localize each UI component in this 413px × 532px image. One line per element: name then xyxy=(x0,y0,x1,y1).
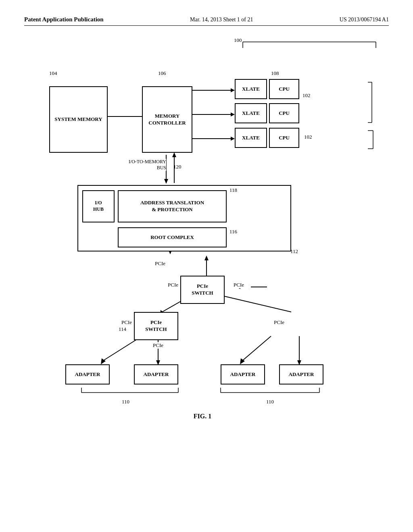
page: Patent Application Publication Mar. 14, … xyxy=(0,0,413,532)
cpu1-box: CPU xyxy=(269,79,299,99)
pcie-label-4: PCIe xyxy=(100,319,132,326)
adapter4-box: ADAPTER xyxy=(279,364,323,384)
pcie-label-3: PCIe xyxy=(227,282,251,288)
pcie-switch-top-box: PCIe SWITCH xyxy=(180,276,225,304)
adapter2-box: ADAPTER xyxy=(134,364,178,384)
svg-line-25 xyxy=(223,296,291,312)
io-hub-box: I/O HUB xyxy=(82,190,115,222)
ref-104: 104 xyxy=(49,70,57,77)
ref-102b: 102 xyxy=(304,134,312,140)
ref-110a: 110 xyxy=(122,399,129,405)
svg-marker-16 xyxy=(164,179,168,184)
svg-marker-22 xyxy=(204,256,209,260)
ref-110b: 110 xyxy=(266,399,274,405)
svg-marker-11 xyxy=(231,112,235,116)
ref-102a: 102 xyxy=(302,92,311,99)
ref-100: 100 xyxy=(234,37,242,44)
ref-118: 118 xyxy=(229,187,237,193)
svg-line-30 xyxy=(243,336,271,360)
pcie-label-2: PCIe xyxy=(142,282,178,288)
xlate1-box: XLATE xyxy=(235,79,267,99)
ref-108: 108 xyxy=(271,70,279,77)
diagram: 100 SYSTEM MEMORY 104 MEMORY CONTROLLER … xyxy=(33,30,380,493)
pcie-switch-left-box: PCIe SWITCH xyxy=(134,312,178,340)
atp-box: ADDRESS TRANSLATION & PROTECTION xyxy=(118,190,227,222)
header-publication-label: Patent Application Publication xyxy=(24,16,104,23)
pcie-label-5: PCIe xyxy=(146,342,170,349)
ref-116: 116 xyxy=(229,229,237,235)
io-to-memory-bus-label: I/O-TO-MEMORY BUS xyxy=(114,159,166,171)
ref-114: 114 xyxy=(119,326,126,332)
header-patent-number: US 2013/0067194 A1 xyxy=(340,17,389,23)
xlate3-box: XLATE xyxy=(235,128,267,148)
pcie-label-1: PCIe xyxy=(148,260,172,267)
pcie-label-6: PCIe xyxy=(267,319,291,326)
adapter1-box: ADAPTER xyxy=(65,364,110,384)
ref-120: 120 xyxy=(173,164,181,170)
ref-112: 112 xyxy=(290,248,298,255)
xlate2-box: XLATE xyxy=(235,103,267,123)
svg-marker-31 xyxy=(240,358,245,364)
adapter3-box: ADAPTER xyxy=(221,364,265,384)
svg-marker-8 xyxy=(231,88,235,92)
svg-marker-27 xyxy=(101,358,106,364)
system-memory-box: SYSTEM MEMORY xyxy=(49,86,108,153)
memory-controller-box: MEMORY CONTROLLER xyxy=(142,86,192,153)
cpu3-box: CPU xyxy=(269,128,299,148)
svg-marker-18 xyxy=(172,152,176,157)
ref-106: 106 xyxy=(158,70,166,77)
fig-caption: FIG. 1 xyxy=(162,413,243,420)
svg-marker-14 xyxy=(231,137,235,141)
root-complex-box: ROOT COMPLEX xyxy=(118,227,227,247)
header-date-sheet: Mar. 14, 2013 Sheet 1 of 21 xyxy=(190,17,253,23)
header: Patent Application Publication Mar. 14, … xyxy=(24,16,389,26)
cpu2-box: CPU xyxy=(269,103,299,123)
